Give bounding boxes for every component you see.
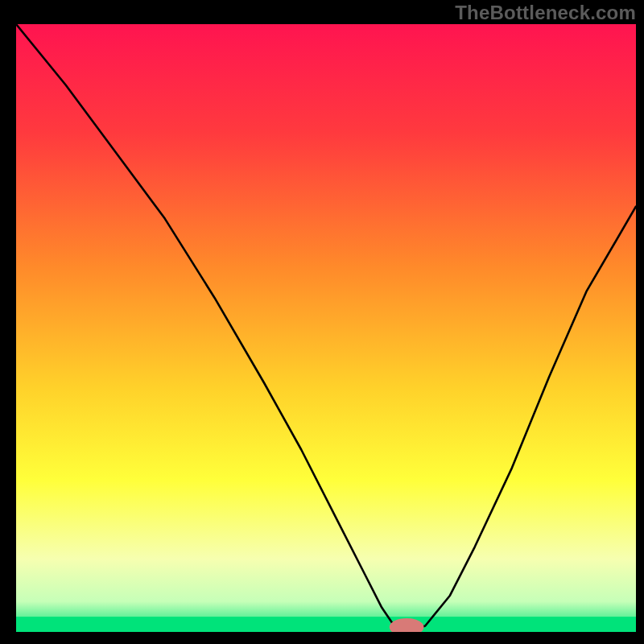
- chart-svg: [16, 24, 636, 632]
- gradient-background: [16, 24, 636, 632]
- plot-area: [16, 24, 636, 632]
- green-band: [16, 617, 636, 632]
- chart-frame: TheBottleneck.com: [0, 0, 644, 644]
- watermark-text: TheBottleneck.com: [455, 2, 636, 24]
